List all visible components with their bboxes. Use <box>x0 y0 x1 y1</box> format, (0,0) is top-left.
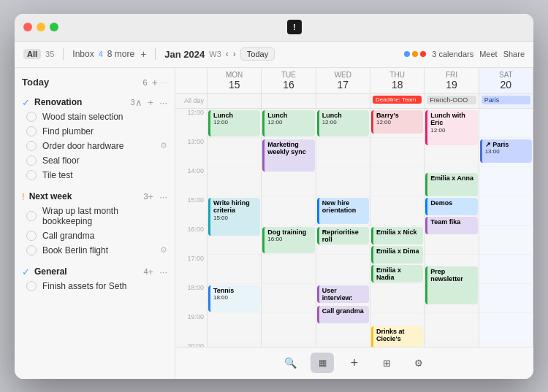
settings-button[interactable]: ⚙ <box>407 353 430 373</box>
add-button[interactable]: + <box>140 48 146 60</box>
event-hiring-mon[interactable]: Write hiring criteria 15:00 <box>208 198 260 236</box>
nextweek-header[interactable]: ! Next week 3 + ··· <box>15 188 175 204</box>
view-toggle-button[interactable]: ▦ <box>311 353 334 373</box>
day-slot[interactable] <box>208 138 261 167</box>
day-slot[interactable] <box>262 196 315 226</box>
day-slot[interactable] <box>370 167 424 196</box>
day-slot[interactable] <box>262 342 315 347</box>
event-paris-sat[interactable]: ↗ Paris 13:00 <box>480 139 532 163</box>
search-button[interactable]: 🔍 <box>278 353 302 373</box>
day-slot[interactable] <box>208 255 261 284</box>
event-barrys-thu[interactable]: Barry's 12:00 <box>371 110 423 134</box>
day-slot[interactable] <box>208 313 261 342</box>
general-add-button[interactable]: + <box>148 266 154 277</box>
maximize-button[interactable] <box>50 23 58 31</box>
item-checkbox[interactable] <box>26 245 37 255</box>
today-button[interactable]: Today <box>240 47 275 61</box>
item-checkbox[interactable] <box>26 211 37 221</box>
list-item[interactable]: Wrap up last month bookkeeping <box>15 204 175 228</box>
item-checkbox[interactable] <box>26 112 37 122</box>
event-prepnewsletter-fri[interactable]: Prep newsletter <box>425 266 477 304</box>
day-slot[interactable] <box>262 313 315 342</box>
allday-event-deadline[interactable]: Deadline: Team <box>373 96 422 104</box>
day-slot[interactable] <box>262 284 315 313</box>
nextweek-menu-button[interactable]: ··· <box>159 191 167 202</box>
event-tennis-mon[interactable]: Tennis 18:00 <box>208 285 260 312</box>
renovation-collapse-button[interactable]: ∧ <box>135 97 142 108</box>
event-drinks-thu[interactable]: Drinks at Ciecie's <box>371 326 423 347</box>
list-item[interactable]: Book Berlin flight ⚙ <box>15 243 175 258</box>
list-item[interactable]: Finish assets for Seth <box>15 279 175 293</box>
event-emilianick-thu[interactable]: Emilia x Nick <box>371 227 423 245</box>
event-teamfika-fri[interactable]: Team fika <box>425 217 477 234</box>
item-checkbox[interactable] <box>26 281 37 291</box>
list-item[interactable]: Tile test <box>15 168 175 182</box>
nav-prev-button[interactable]: ‹ <box>226 49 229 59</box>
event-emiliadima-thu[interactable]: Emilia x Dima <box>371 246 423 264</box>
event-userinterview-wed[interactable]: User interview: <box>317 285 369 303</box>
day-slot[interactable] <box>370 284 424 313</box>
list-item[interactable]: Call grandma <box>15 228 175 243</box>
renovation-add-button[interactable]: + <box>148 97 154 108</box>
list-item[interactable]: Order door hardware ⚙ <box>15 139 175 153</box>
calendars-label[interactable]: 3 calendars <box>432 50 473 58</box>
item-checkbox[interactable] <box>26 126 37 137</box>
minimize-button[interactable] <box>37 23 45 31</box>
list-item[interactable]: Wood stain selection <box>15 109 175 124</box>
event-demos-fri[interactable]: Demos <box>425 198 477 215</box>
item-checkbox[interactable] <box>26 155 37 166</box>
item-checkbox[interactable] <box>26 170 37 180</box>
event-lunch-mon[interactable]: Lunch 12:00 <box>208 110 260 137</box>
event-dog-tue[interactable]: Dog training 16:00 <box>262 227 314 253</box>
add-event-button[interactable]: + <box>343 353 366 373</box>
allday-event-paris[interactable]: Paris <box>482 96 530 104</box>
day-slot[interactable] <box>479 196 533 226</box>
today-add-button[interactable]: + <box>152 77 158 88</box>
event-lunch-tue[interactable]: Lunch 12:00 <box>262 110 314 137</box>
more-label[interactable]: 8 more <box>107 49 134 59</box>
list-item[interactable]: Find plumber <box>15 124 175 139</box>
item-checkbox[interactable] <box>26 231 37 241</box>
day-slot[interactable] <box>370 196 424 226</box>
event-lunchwitheric-fri[interactable]: Lunch with Eric 12:00 <box>425 110 477 145</box>
event-emilianadia-thu[interactable]: Emilia x Nadia <box>371 265 423 283</box>
layout-button[interactable]: ⊞ <box>375 353 398 373</box>
day-slot[interactable] <box>479 284 533 313</box>
close-button[interactable] <box>23 23 32 31</box>
day-slot[interactable] <box>479 342 533 347</box>
day-slot[interactable] <box>316 167 370 196</box>
day-slot[interactable] <box>370 138 424 167</box>
event-emiliaanna-fri[interactable]: Emilia x Anna <box>425 173 477 196</box>
day-slot[interactable] <box>208 342 261 347</box>
day-slot[interactable] <box>479 255 533 284</box>
day-slot[interactable] <box>425 342 478 347</box>
today-more-button[interactable]: ··· <box>161 78 167 87</box>
renovation-header[interactable]: ✓ Renovation 3 ∧ + ··· <box>15 94 175 109</box>
day-slot[interactable] <box>262 167 315 196</box>
renovation-menu-button[interactable]: ··· <box>159 97 167 108</box>
item-checkbox[interactable] <box>26 141 37 151</box>
meet-button[interactable]: Meet <box>479 50 497 58</box>
nextweek-add-button[interactable]: + <box>148 191 154 202</box>
general-header[interactable]: ✓ General 4 + ··· <box>15 264 175 279</box>
general-menu-button[interactable]: ··· <box>159 266 167 277</box>
day-slot[interactable] <box>425 313 478 342</box>
inbox-label[interactable]: Inbox <box>72 49 94 59</box>
event-reprioritise-wed[interactable]: Reprioritise roll <box>317 227 369 245</box>
day-slot[interactable] <box>316 342 370 347</box>
day-slot[interactable] <box>479 313 533 342</box>
day-slot[interactable] <box>479 226 533 255</box>
list-item[interactable]: Seal floor <box>15 153 175 168</box>
event-marketing-tue[interactable]: Marketing weekly sync <box>262 139 314 172</box>
all-badge[interactable]: All <box>23 49 41 59</box>
day-slot[interactable] <box>208 167 261 196</box>
nav-next-button[interactable]: › <box>233 49 236 59</box>
day-slot[interactable] <box>316 138 370 167</box>
day-slot[interactable] <box>262 255 315 284</box>
event-lunch-wed[interactable]: Lunch 12:00 <box>317 110 369 137</box>
event-callgrandma-wed[interactable]: Call grandma <box>317 306 369 323</box>
day-slot[interactable] <box>479 109 533 138</box>
event-newhire-wed[interactable]: New hire orientation <box>317 198 369 224</box>
allday-event-french[interactable]: French-OOO <box>427 96 476 104</box>
day-slot[interactable] <box>479 167 533 196</box>
